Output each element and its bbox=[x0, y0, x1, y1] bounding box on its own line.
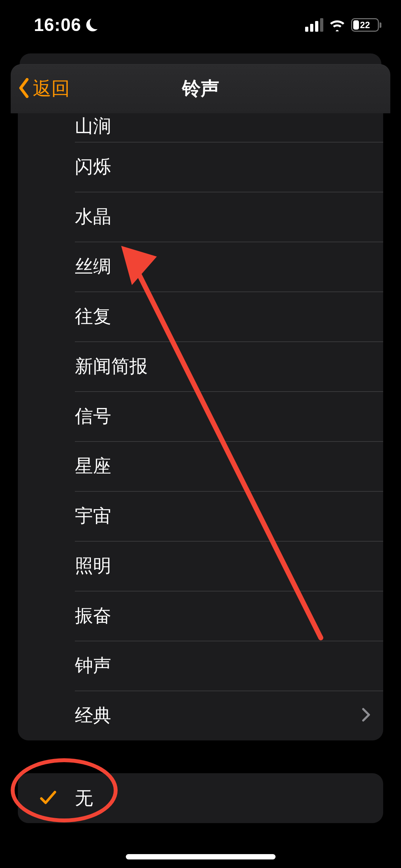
ringtone-label: 振奋 bbox=[75, 604, 111, 628]
none-group: 无 bbox=[18, 773, 383, 823]
ringtone-row[interactable]: 山涧 bbox=[18, 113, 383, 142]
checkmark-icon bbox=[39, 789, 57, 808]
battery-percent: 22 bbox=[360, 20, 370, 30]
ringtone-row[interactable]: 星座 bbox=[18, 441, 383, 491]
status-time: 16:06 bbox=[34, 15, 81, 35]
back-button[interactable]: 返回 bbox=[14, 64, 73, 113]
chevron-left-icon bbox=[18, 78, 31, 99]
none-row[interactable]: 无 bbox=[18, 773, 383, 823]
status-left: 16:06 bbox=[34, 15, 99, 35]
ringtone-label: 往复 bbox=[75, 304, 111, 329]
ringtone-row[interactable]: 经典 bbox=[18, 691, 383, 740]
ringtone-list-group: 山涧闪烁水晶丝绸往复新闻简报信号星座宇宙照明振奋钟声经典 bbox=[18, 113, 383, 740]
chevron-right-icon bbox=[362, 708, 370, 723]
ringtone-label: 闪烁 bbox=[75, 155, 111, 179]
ringtone-label: 照明 bbox=[75, 554, 111, 578]
ringtone-label: 水晶 bbox=[75, 205, 111, 229]
ringtone-row[interactable]: 丝绸 bbox=[18, 242, 383, 291]
ringtone-row[interactable]: 信号 bbox=[18, 391, 383, 441]
back-label: 返回 bbox=[33, 76, 70, 101]
battery-fill bbox=[353, 20, 359, 30]
ringtone-row[interactable]: 新闻简报 bbox=[18, 341, 383, 391]
none-label: 无 bbox=[75, 786, 93, 811]
cellular-signal-icon bbox=[305, 18, 323, 32]
battery-indicator: 22 bbox=[351, 18, 381, 32]
ringtone-label: 信号 bbox=[75, 404, 111, 429]
ringtone-label: 新闻简报 bbox=[75, 354, 148, 379]
ringtone-label: 钟声 bbox=[75, 653, 111, 678]
ringtone-row[interactable]: 照明 bbox=[18, 541, 383, 591]
ringtone-label: 山涧 bbox=[75, 114, 111, 139]
page-title: 铃声 bbox=[182, 76, 219, 101]
nav-header: 返回 铃声 bbox=[11, 64, 390, 113]
ringtone-label: 星座 bbox=[75, 454, 111, 479]
wifi-icon bbox=[329, 19, 345, 31]
ringtone-row[interactable]: 闪烁 bbox=[18, 142, 383, 192]
ringtone-row[interactable]: 水晶 bbox=[18, 192, 383, 242]
status-right: 22 bbox=[305, 18, 381, 32]
ringtone-label: 经典 bbox=[75, 703, 111, 728]
ringtone-label: 宇宙 bbox=[75, 504, 111, 528]
status-bar: 16:06 22 bbox=[0, 0, 401, 50]
dnd-moon-icon bbox=[86, 19, 99, 31]
ringtone-row[interactable]: 振奋 bbox=[18, 591, 383, 641]
home-indicator[interactable] bbox=[126, 854, 276, 859]
ringtone-row[interactable]: 钟声 bbox=[18, 641, 383, 691]
ringtone-label: 丝绸 bbox=[75, 254, 111, 279]
ringtone-row[interactable]: 往复 bbox=[18, 291, 383, 341]
ringtone-row[interactable]: 宇宙 bbox=[18, 491, 383, 541]
